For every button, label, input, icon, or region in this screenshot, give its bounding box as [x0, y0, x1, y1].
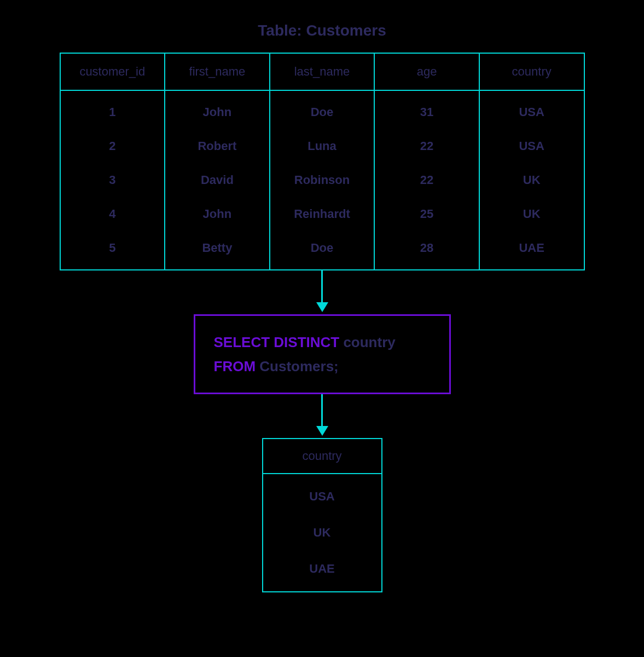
cell: USA	[479, 129, 584, 163]
sql-line: SELECT DISTINCT country	[214, 330, 431, 354]
table-row: 3 David Robinson 22 UK	[60, 163, 584, 197]
cell: David	[165, 163, 270, 197]
cell: John	[165, 90, 270, 129]
sql-identifier: country	[339, 334, 396, 350]
table-row: 2 Robert Luna 22 USA	[60, 129, 584, 163]
cell: USA	[479, 90, 584, 129]
cell: Betty	[165, 231, 270, 270]
sql-line: FROM Customers;	[214, 354, 431, 378]
table-header-row: customer_id first_name last_name age cou…	[60, 53, 584, 90]
arrow-down-icon	[316, 270, 328, 314]
cell: USA	[263, 474, 382, 515]
cell: Luna	[270, 129, 375, 163]
diagram-container: Table: Customers customer_id first_name …	[0, 0, 644, 592]
cell: Doe	[270, 231, 375, 270]
cell: Doe	[270, 90, 375, 129]
table-row: UAE	[263, 551, 382, 592]
customers-table: customer_id first_name last_name age cou…	[60, 53, 585, 270]
col-header: country	[479, 53, 584, 90]
col-header: age	[374, 53, 479, 90]
sql-query-box: SELECT DISTINCT country FROM Customers;	[194, 314, 451, 394]
cell: UAE	[479, 231, 584, 270]
result-table: country USA UK UAE	[262, 438, 382, 592]
table-row: 4 John Reinhardt 25 UK	[60, 197, 584, 231]
table-row: 5 Betty Doe 28 UAE	[60, 231, 584, 270]
cell: 25	[374, 197, 479, 231]
table-title: Table: Customers	[258, 22, 386, 39]
cell: Reinhardt	[270, 197, 375, 231]
cell: 2	[60, 129, 165, 163]
cell: 31	[374, 90, 479, 129]
col-header: customer_id	[60, 53, 165, 90]
cell: UK	[263, 515, 382, 551]
cell: 28	[374, 231, 479, 270]
sql-keyword: FROM	[214, 358, 256, 374]
cell: Robinson	[270, 163, 375, 197]
cell: UAE	[263, 551, 382, 592]
cell: 4	[60, 197, 165, 231]
cell: 22	[374, 129, 479, 163]
cell: 5	[60, 231, 165, 270]
table-row: UK	[263, 515, 382, 551]
cell: 22	[374, 163, 479, 197]
table-row: USA	[263, 474, 382, 515]
sql-keyword: SELECT DISTINCT	[214, 334, 340, 350]
cell: UK	[479, 163, 584, 197]
table-row: 1 John Doe 31 USA	[60, 90, 584, 129]
cell: 1	[60, 90, 165, 129]
sql-identifier: Customers;	[256, 358, 339, 374]
cell: 3	[60, 163, 165, 197]
cell: UK	[479, 197, 584, 231]
table-header-row: country	[263, 439, 382, 474]
cell: John	[165, 197, 270, 231]
col-header: country	[263, 439, 382, 474]
arrow-down-icon	[316, 394, 328, 438]
cell: Robert	[165, 129, 270, 163]
col-header: first_name	[165, 53, 270, 90]
col-header: last_name	[270, 53, 375, 90]
